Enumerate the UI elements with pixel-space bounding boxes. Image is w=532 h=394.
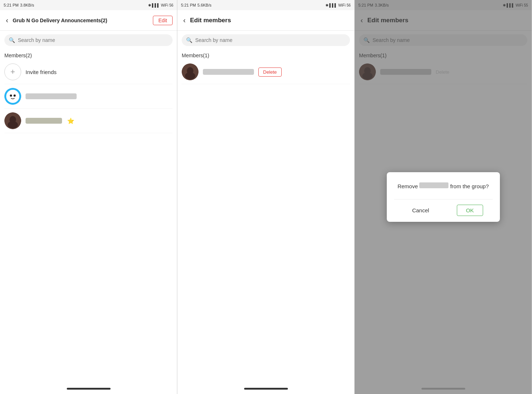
panel1-member-name-2: [26, 118, 62, 124]
panel2-search-input[interactable]: [195, 37, 346, 43]
panel2-bottom-bar: [244, 388, 288, 390]
panel1-search-input[interactable]: [18, 37, 168, 43]
panel1-invite-item[interactable]: + Invite friends: [4, 60, 173, 84]
panel2-members-label: Members(1): [177, 50, 354, 60]
panel1-header: ‹ Grub N Go Delivery Announcements(2) Ed…: [0, 10, 177, 31]
svg-point-4: [14, 94, 16, 97]
panel3-dialog-username: [419, 182, 448, 188]
panel1-status-bar: 5:21 PM 3.8KB/s ✱ ▌▌▌ WiFi 56: [0, 0, 177, 10]
panel3-dialog-message: Remove from the group?: [394, 182, 493, 191]
panel2-member-item-1: Delete: [182, 60, 350, 84]
panel1-search-bar: 🔍: [4, 34, 173, 46]
panel1-edit-button[interactable]: Edit: [153, 16, 173, 25]
panel1-wifi-icon: WiFi: [161, 3, 168, 7]
svg-point-3: [10, 94, 12, 97]
panel3-ok-button[interactable]: OK: [457, 205, 483, 216]
panel2-back-button[interactable]: ‹: [182, 15, 187, 26]
panel2-network: 5.6KB/s: [197, 3, 212, 7]
panel1-member-item-1: [4, 84, 173, 109]
panel3: 5:21 PM 3.3KB/s ✱ ▌▌▌ WiFi 55 ‹ Edit mem…: [355, 0, 532, 394]
panel2-status-right: ✱ ▌▌▌ WiFi 56: [325, 3, 351, 7]
panel3-dialog-actions: Cancel OK: [394, 199, 493, 216]
panel1-member-list: + Invite friends: [0, 60, 177, 133]
panel2-bt-icon: ✱: [325, 3, 328, 7]
panel2-time: 5:21 PM: [181, 3, 196, 7]
panel2-signal-icon: ▌▌▌: [329, 3, 337, 7]
panel1-battery-icon: 56: [169, 3, 173, 7]
panel1-network: 3.8KB/s: [20, 3, 34, 7]
panel1-avatar-2: [4, 112, 21, 129]
panel3-cancel-button[interactable]: Cancel: [403, 205, 438, 216]
panel1-status-right: ✱ ▌▌▌ WiFi 56: [148, 3, 173, 7]
panel1-signal-icon: ▌▌▌: [152, 3, 160, 7]
panel1-member-name-1: [26, 93, 77, 99]
svg-point-7: [8, 121, 18, 128]
panel1: 5:21 PM 3.8KB/s ✱ ▌▌▌ WiFi 56 ‹ Grub N G…: [0, 0, 177, 394]
svg-point-10: [185, 72, 195, 80]
panel2: 5:21 PM 5.6KB/s ✱ ▌▌▌ WiFi 56 ‹ Edit mem…: [177, 0, 355, 394]
panel1-member-emoji: ⭐: [67, 117, 74, 124]
panel3-overlay: Remove from the group? Cancel OK: [355, 0, 532, 394]
panel2-member-name-1: [203, 69, 254, 75]
panel1-title: Grub N Go Delivery Announcements(2): [13, 18, 153, 23]
panel1-status-left: 5:21 PM 3.8KB/s: [4, 3, 34, 7]
panel2-status-bar: 5:21 PM 5.6KB/s ✱ ▌▌▌ WiFi 56: [177, 0, 354, 10]
panel1-time: 5:21 PM: [4, 3, 19, 7]
panel2-battery-icon: 56: [347, 3, 351, 7]
panel1-bt-icon: ✱: [148, 3, 151, 7]
panel2-delete-button[interactable]: Delete: [258, 67, 282, 77]
panel1-avatar-1: [4, 88, 21, 105]
svg-point-2: [8, 92, 17, 103]
panel2-search-bar: 🔍: [182, 34, 350, 46]
panel3-dialog-suffix: from the group?: [450, 183, 489, 189]
panel1-search-icon: 🔍: [9, 37, 15, 43]
panel1-invite-label: Invite friends: [26, 69, 173, 75]
panel2-title: Edit members: [190, 17, 350, 24]
panel2-wifi-icon: WiFi: [338, 3, 346, 7]
panel1-member-item-2: ⭐: [4, 109, 173, 133]
panel2-member-list: Delete: [177, 60, 354, 84]
panel1-back-button[interactable]: ‹: [4, 15, 10, 26]
panel1-invite-icon: +: [4, 63, 21, 80]
panel3-dialog-prefix: Remove: [397, 183, 418, 189]
panel1-members-label: Members(2): [0, 50, 177, 60]
panel2-header: ‹ Edit members: [177, 10, 354, 31]
panel1-bottom-bar: [67, 388, 111, 390]
panel2-avatar-1: [182, 63, 198, 80]
panel2-status-left: 5:21 PM 5.6KB/s: [181, 3, 212, 7]
panel3-dialog: Remove from the group? Cancel OK: [387, 172, 500, 222]
panel2-search-icon: 🔍: [186, 37, 192, 43]
